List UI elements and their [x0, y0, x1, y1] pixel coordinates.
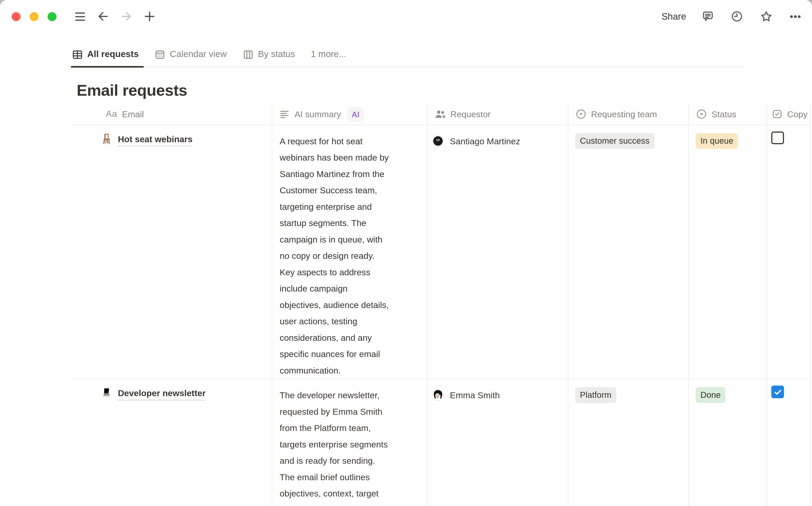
column-label: AI summary — [295, 109, 341, 119]
people-icon — [435, 108, 446, 120]
table-row-cell-copy[interactable] — [766, 125, 811, 380]
view-tabs: All requests Calendar view By status 1 m… — [72, 42, 745, 67]
chair-icon — [100, 133, 113, 145]
laptop-icon — [100, 387, 113, 399]
column-header-email[interactable]: Aa Email — [72, 103, 272, 125]
column-header-status[interactable]: Status — [688, 103, 766, 125]
text-align-left-icon — [279, 108, 290, 120]
tab-more-views[interactable]: 1 more... — [311, 42, 346, 67]
share-button[interactable]: Share — [661, 11, 686, 22]
column-label: Requestor — [450, 109, 491, 119]
table-row-cell-ai-summary[interactable]: The developer newsletter, requested by E… — [272, 379, 427, 506]
tab-label: Calendar view — [170, 49, 227, 60]
column-label: Requesting team — [591, 109, 657, 119]
close-window-button[interactable] — [12, 12, 21, 21]
santiago-avatar — [432, 135, 444, 147]
table-row-cell-requestor[interactable]: Emma Smith — [427, 379, 568, 506]
row-title-link[interactable]: Developer newsletter — [118, 387, 206, 400]
text-type-icon: Aa — [106, 109, 117, 119]
forward-icon[interactable] — [119, 9, 134, 24]
table-row-cell-status[interactable]: In queue — [688, 125, 766, 380]
column-label: Email — [122, 109, 144, 119]
traffic-lights — [12, 12, 57, 21]
page-title: Email requests — [77, 80, 812, 101]
table-row-cell-team[interactable]: Customer success — [568, 125, 688, 380]
table-row-cell-email[interactable]: Developer newsletter — [72, 379, 272, 506]
table-row-cell-copy[interactable] — [766, 379, 811, 506]
requestor-name: Emma Smith — [450, 389, 500, 401]
select-chevron-icon — [696, 108, 707, 120]
table-row-cell-ai-summary[interactable]: A request for hot seat webinars has been… — [272, 125, 427, 380]
select-chevron-icon — [575, 108, 587, 120]
favorite-star-icon[interactable] — [759, 9, 773, 24]
minimize-window-button[interactable] — [29, 12, 39, 21]
updates-clock-icon[interactable] — [730, 9, 744, 24]
table-row-cell-requestor[interactable]: Santiago Martinez — [427, 125, 568, 380]
column-header-requesting-team[interactable]: Requesting team — [568, 103, 688, 125]
titlebar-actions: Share — [661, 9, 803, 24]
comments-icon[interactable] — [700, 9, 715, 24]
emma-avatar — [432, 389, 444, 401]
table-row-cell-status[interactable]: Done — [688, 379, 766, 506]
column-label: Copy — [787, 109, 808, 119]
database-table: Aa Email AI summary AI Requestor Request… — [72, 103, 812, 506]
copy-checkbox-checked[interactable] — [771, 386, 784, 398]
tab-calendar-view[interactable]: Calendar view — [155, 42, 227, 67]
checkbox-property-icon — [771, 108, 783, 120]
column-header-requestor[interactable]: Requestor — [427, 103, 568, 125]
requestor-name: Santiago Martinez — [450, 135, 520, 148]
status-tag: In queue — [696, 133, 738, 149]
column-header-copy[interactable]: Copy — [766, 103, 811, 125]
new-tab-plus-icon[interactable] — [142, 9, 157, 24]
tab-label: By status — [258, 49, 295, 60]
titlebar: Share — [0, 0, 812, 33]
tab-label: All requests — [87, 49, 139, 60]
status-tag: Done — [696, 387, 726, 403]
tab-label: 1 more... — [311, 49, 346, 60]
team-tag: Platform — [575, 387, 616, 403]
notion-window: Share All requests — [0, 0, 812, 506]
more-options-icon[interactable] — [788, 9, 803, 24]
back-icon[interactable] — [96, 9, 110, 24]
table-row-cell-email[interactable]: Hot seat webinars — [72, 125, 272, 380]
column-label: Status — [712, 109, 736, 119]
table-view-icon — [72, 49, 83, 60]
table-row-cell-team[interactable]: Platform — [568, 379, 688, 506]
ai-badge: AI — [348, 106, 364, 122]
copy-checkbox-unchecked[interactable] — [771, 132, 784, 144]
zoom-window-button[interactable] — [48, 12, 57, 21]
tab-by-status[interactable]: By status — [243, 42, 295, 67]
team-tag: Customer success — [575, 133, 654, 149]
tab-all-requests[interactable]: All requests — [72, 42, 139, 67]
row-title-link[interactable]: Hot seat webinars — [118, 133, 193, 147]
board-view-icon — [243, 49, 254, 60]
column-header-ai-summary[interactable]: AI summary AI — [272, 103, 427, 125]
sidebar-menu-icon[interactable] — [73, 9, 87, 24]
calendar-view-icon — [155, 49, 166, 60]
